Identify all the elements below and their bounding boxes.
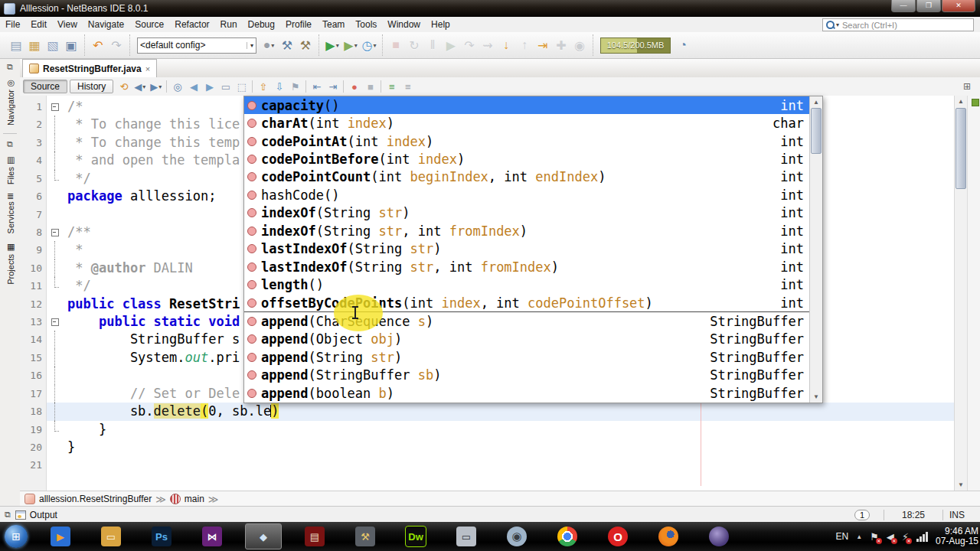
editor-view-history-button[interactable]: History xyxy=(70,80,113,93)
editor-vertical-scrollbar[interactable]: ▲ ▼ xyxy=(954,96,967,491)
step-into-icon[interactable]: ↓ xyxy=(497,36,515,54)
deploy-icon[interactable]: ●▾ xyxy=(260,36,278,54)
completion-item-capacity[interactable]: capacity()int xyxy=(244,96,822,114)
undo-icon[interactable]: ↶ xyxy=(89,36,107,54)
menu-window[interactable]: Window xyxy=(382,18,426,31)
uncomment-icon[interactable]: ≡ xyxy=(400,79,416,94)
breadcrumb-chevron-icon[interactable]: ≫ xyxy=(208,494,219,505)
editor-view-source-button[interactable]: Source xyxy=(23,80,67,93)
network-signal-icon[interactable] xyxy=(916,532,928,542)
search-scope-arrow-icon[interactable]: ▾ xyxy=(836,21,839,28)
clean-build-icon[interactable]: ⚒ xyxy=(296,36,315,54)
menu-edit[interactable]: Edit xyxy=(25,18,52,31)
clock[interactable]: 9:46 AM 07-Aug-15 xyxy=(936,527,978,546)
sidebar-item-navigator[interactable]: Navigator◎ xyxy=(5,73,15,129)
menu-refactor[interactable]: Refactor xyxy=(169,18,214,31)
popup-scroll-up-icon[interactable]: ▲ xyxy=(810,96,822,108)
run-to-cursor-icon[interactable]: ⇥ xyxy=(534,36,552,54)
record-macro-icon[interactable]: ● xyxy=(346,79,362,94)
redo-icon[interactable]: ↷ xyxy=(107,36,126,54)
build-project-icon[interactable]: ⚒ xyxy=(278,36,296,54)
completion-item-append[interactable]: append(Object obj)StringBuffer xyxy=(244,331,822,348)
completion-item-append[interactable]: append(String str)StringBuffer xyxy=(244,348,822,366)
popup-scrollbar-thumb[interactable] xyxy=(811,108,822,154)
taskbar-chrome-icon[interactable] xyxy=(550,524,585,549)
open-project-icon[interactable]: ▧ xyxy=(44,36,62,54)
completion-item-lastIndexOf[interactable]: lastIndexOf(String str)int xyxy=(244,240,822,258)
stop-macro-icon[interactable]: ■ xyxy=(362,79,378,94)
breadcrumb-item[interactable]: alllession.ResetStringBuffer xyxy=(39,494,152,504)
search-input[interactable]: ▾ Search (Ctrl+I) xyxy=(822,18,974,31)
toggle-bookmark-icon[interactable]: ⚑ xyxy=(287,79,303,94)
shift-left-icon[interactable]: ⇤ xyxy=(309,79,325,94)
taskbar-firefox-icon[interactable] xyxy=(651,524,686,549)
find-previous-icon[interactable]: ◀ xyxy=(185,79,201,94)
completion-item-charAt[interactable]: charAt(int index)char xyxy=(244,114,822,132)
fold-collapse-box[interactable] xyxy=(51,103,59,111)
chevron-down-icon[interactable]: ▾ xyxy=(336,42,339,49)
back-icon[interactable]: ◀▾ xyxy=(132,79,148,94)
chevron-down-icon[interactable]: ▾ xyxy=(373,42,376,49)
run-project-icon[interactable]: ▶▾ xyxy=(323,36,341,54)
completion-item-codePointBefore[interactable]: codePointBefore(int index)int xyxy=(244,150,822,168)
sidebar-item-projects[interactable]: Projects▦ xyxy=(5,238,15,289)
taskbar-photoviewer-icon[interactable]: ◉ xyxy=(499,524,534,549)
completion-item-codePointCount[interactable]: codePointCount(int beginIndex, int endIn… xyxy=(244,168,822,186)
menu-help[interactable]: Help xyxy=(426,18,456,31)
sidebar-item-files[interactable]: Files▤ xyxy=(5,151,15,188)
tab-close-icon[interactable]: × xyxy=(145,64,150,73)
taskbar-dreamweaver-icon[interactable]: Dw xyxy=(398,524,433,549)
menu-file[interactable]: File xyxy=(0,18,25,31)
minimize-button[interactable]: — xyxy=(891,0,916,12)
taskbar-tools-icon[interactable]: ⚒ xyxy=(348,524,383,549)
sidebar-item-services[interactable]: Services≣ xyxy=(5,188,15,237)
notification-balloon[interactable]: 1 xyxy=(854,510,870,520)
fold-collapse-box[interactable] xyxy=(51,318,59,326)
language-indicator[interactable]: EN xyxy=(836,531,849,542)
menu-team[interactable]: Team xyxy=(317,18,350,31)
completion-item-length[interactable]: length()int xyxy=(244,276,822,293)
breadcrumb-item[interactable]: main xyxy=(185,494,204,504)
taskbar-dictionary-icon[interactable]: ▤ xyxy=(297,524,332,549)
dock-window-icon[interactable]: ⧉ xyxy=(5,510,11,520)
completion-item-append[interactable]: append(StringBuffer sb)StringBuffer xyxy=(244,367,822,384)
completion-item-offsetByCodePoints[interactable]: offsetByCodePoints(int index, int codePo… xyxy=(244,294,822,312)
popup-scrollbar[interactable]: ▲ ▼ xyxy=(809,96,822,403)
taskbar-visualstudio-icon[interactable]: ⋈ xyxy=(194,524,230,549)
chevron-down-icon[interactable]: ▾ xyxy=(354,42,358,49)
code-fold-icon[interactable] xyxy=(51,98,61,116)
scrollbar-thumb[interactable] xyxy=(956,108,966,189)
code-fold-icon[interactable] xyxy=(51,223,61,241)
output-tab[interactable]: Output xyxy=(30,510,57,520)
memory-indicator[interactable]: 104.5/200.5MB xyxy=(600,37,671,54)
tab-resetstringbuffer[interactable]: ResetStringBuffer.java × xyxy=(22,59,157,77)
profile-project-icon[interactable]: ◷▾ xyxy=(360,36,378,54)
split-document-icon[interactable]: ⊞ xyxy=(963,81,971,92)
completion-item-lastIndexOf[interactable]: lastIndexOf(String str, int fromIndex)in… xyxy=(244,258,822,276)
profiler-vm-icon[interactable]: ◔ xyxy=(674,36,692,54)
completion-item-append[interactable]: append(CharSequence s)StringBuffer xyxy=(244,312,822,330)
last-edit-location-icon[interactable]: ⟲ xyxy=(116,79,132,94)
taskbar-window-icon[interactable]: ▭ xyxy=(449,524,484,549)
comment-icon[interactable]: ≡ xyxy=(384,79,400,94)
forward-icon[interactable]: ▶▾ xyxy=(148,79,164,94)
dock-window-icon[interactable]: ⧉ xyxy=(7,139,13,149)
find-selection-icon[interactable]: ◎ xyxy=(169,79,185,94)
taskbar-netbeans-icon[interactable]: ◆ xyxy=(245,523,282,549)
save-all-icon[interactable]: ▣ xyxy=(62,36,80,54)
chevron-down-icon[interactable]: ▾ xyxy=(247,42,253,49)
new-file-icon[interactable]: ▤ xyxy=(7,36,25,54)
menu-navigate[interactable]: Navigate xyxy=(83,18,129,31)
chevron-down-icon[interactable]: ▾ xyxy=(142,83,145,90)
taskbar-eclipse-icon[interactable] xyxy=(701,524,737,549)
menu-run[interactable]: Run xyxy=(215,18,243,31)
power-issue-icon[interactable]: ⚡✕ xyxy=(902,531,909,543)
taskbar-mediaplayer-icon[interactable]: ▶ xyxy=(43,524,78,549)
chevron-down-icon[interactable]: ▾ xyxy=(158,83,162,90)
dock-window-icon[interactable]: ⧉ xyxy=(7,62,13,72)
code-fold-icon[interactable] xyxy=(51,313,61,331)
debug-project-icon[interactable]: ▶▾ xyxy=(341,36,360,54)
taskbar-opera-icon[interactable]: O xyxy=(600,524,635,549)
config-select[interactable]: <default config>▾ xyxy=(137,37,256,54)
menu-source[interactable]: Source xyxy=(129,18,169,31)
